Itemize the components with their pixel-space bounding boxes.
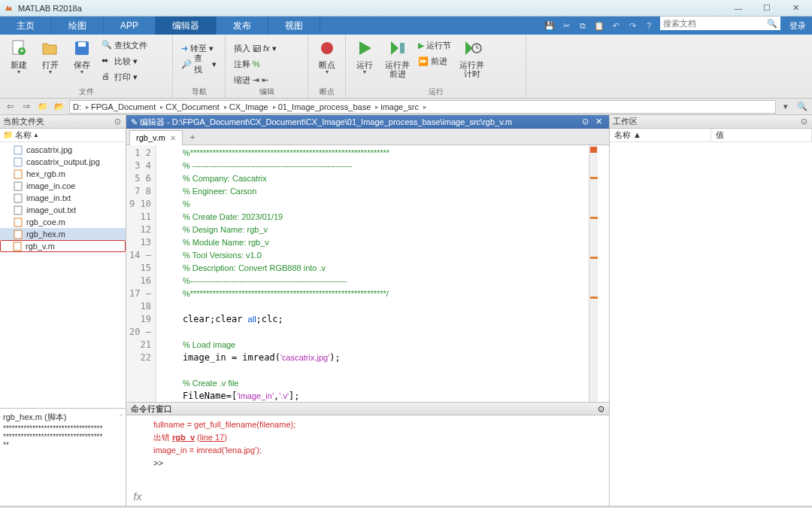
copy-icon[interactable]: ⧉ <box>576 19 589 32</box>
editor-icon: ✎ <box>131 117 138 127</box>
file-item[interactable]: image_in.txt <box>0 192 126 204</box>
file-icon <box>14 193 23 203</box>
open-button[interactable]: 打开▼ <box>36 36 65 86</box>
file-item[interactable]: rgb_v.m <box>0 240 126 252</box>
crumb-4[interactable]: 01_Image_process_base <box>278 102 380 111</box>
tab-publish[interactable]: 发布 <box>217 17 268 35</box>
ws-col-name[interactable]: 名称 ▲ <box>610 129 711 141</box>
tab-add-button[interactable]: + <box>186 130 199 144</box>
current-folder-header: 当前文件夹 ⊙ <box>0 115 126 129</box>
svg-rect-4 <box>78 42 86 47</box>
file-item[interactable]: image_out.txt <box>0 204 126 216</box>
breakpoints-button[interactable]: 断点▼ <box>313 36 341 86</box>
close-button[interactable]: ✕ <box>782 2 809 15</box>
editor-close-icon[interactable]: ✕ <box>592 117 604 127</box>
fx-icon[interactable]: fx <box>134 491 142 503</box>
path-dropdown[interactable]: ▾ <box>779 100 792 114</box>
comment-button[interactable]: 注释 % <box>232 56 301 71</box>
breakpoint-icon <box>317 38 338 59</box>
crumb-1[interactable]: FPGA_Document <box>91 102 164 111</box>
crumb-3[interactable]: CX_Image <box>229 102 277 111</box>
workspace-panel: 工作区 ⊙ 名称 ▲ 值 <box>609 115 812 506</box>
file-icon <box>14 230 23 239</box>
panel-menu-icon[interactable]: ⊙ <box>112 117 123 127</box>
forward-button[interactable]: ⇨ <box>20 100 33 114</box>
code-minimap <box>589 145 598 402</box>
search-icon: 🔎 <box>181 59 192 69</box>
file-icon <box>13 242 23 251</box>
editor-tabs: rgb_v.m ✕ + <box>126 129 609 145</box>
login-button[interactable]: 登录 <box>783 17 812 35</box>
crumb-drive[interactable]: D: <box>73 102 89 111</box>
save-icon <box>71 38 92 59</box>
cut-icon[interactable]: ✂ <box>559 19 573 32</box>
browse-icon[interactable]: 📂 <box>53 100 66 114</box>
search-input[interactable] <box>663 19 767 28</box>
tab-close-icon[interactable]: ✕ <box>170 134 176 142</box>
main-tabs: 主页 绘图 APP 编辑器 发布 视图 💾 ✂ ⧉ 📋 ↶ ↷ ? 🔍 登录 <box>0 17 812 35</box>
save-button[interactable]: 保存▼ <box>68 36 96 86</box>
maximize-button[interactable]: ☐ <box>753 2 780 15</box>
svg-text:+: + <box>20 46 24 55</box>
current-folder-panel: 当前文件夹 ⊙ 📁 名称 ▲ cascatrix.jpgcascatrix_ou… <box>0 115 126 506</box>
file-columns[interactable]: 📁 名称 ▲ <box>0 129 126 142</box>
new-button[interactable]: + 新建▼ <box>5 36 33 86</box>
editor-tab[interactable]: rgb_v.m ✕ <box>129 130 183 145</box>
redo-icon[interactable]: ↷ <box>626 19 639 32</box>
indent-button[interactable]: 缩进 ⇥ ⇤ <box>232 72 301 87</box>
up-folder-icon[interactable]: 📁 <box>36 100 50 114</box>
svg-point-5 <box>321 42 333 54</box>
file-item[interactable]: hex_rgb.m <box>0 168 126 180</box>
command-window[interactable]: fx fullname = get_full_filename(filename… <box>126 415 609 506</box>
window-title: MATLAB R2018a <box>18 4 725 13</box>
svg-rect-11 <box>14 182 22 190</box>
path-search-icon[interactable]: 🔍 <box>795 100 809 114</box>
ws-col-value[interactable]: 值 <box>711 129 813 141</box>
back-button[interactable]: ⇦ <box>3 100 17 114</box>
save-icon[interactable]: 💾 <box>543 19 556 32</box>
find-icon: 🔍 <box>102 40 112 50</box>
undo-icon[interactable]: ↶ <box>609 19 623 32</box>
file-icon <box>14 169 23 179</box>
editor-menu-icon[interactable]: ⊙ <box>579 117 591 127</box>
search-icon[interactable]: 🔍 <box>767 19 777 29</box>
tab-editor[interactable]: 编辑器 <box>156 17 217 35</box>
run-section-button[interactable]: ▶运行节 <box>416 38 453 53</box>
workspace-header: 工作区 ⊙ <box>610 115 812 129</box>
file-item[interactable]: cascatrix.jpg <box>0 144 126 156</box>
search-docs[interactable]: 🔍 <box>660 17 780 30</box>
workspace-menu-icon[interactable]: ⊙ <box>798 117 809 127</box>
file-icon <box>14 217 23 227</box>
file-item[interactable]: image_in.coe <box>0 180 126 192</box>
breadcrumb[interactable]: D: FPGA_Document CX_Document CX_Image 01… <box>69 100 776 114</box>
run-advance-button[interactable]: 运行并 前进 <box>382 36 413 86</box>
help-icon[interactable]: ? <box>642 19 656 32</box>
tab-home[interactable]: 主页 <box>0 17 52 35</box>
find-files-button[interactable]: 🔍查找文件 <box>99 38 150 53</box>
run-time-button[interactable]: 运行并 计时 <box>456 36 487 86</box>
code-editor[interactable]: 1 2 3 4 5 6 7 8 9 10 11 12 13 14 — 15 16… <box>126 145 609 402</box>
tab-plots[interactable]: 绘图 <box>52 17 104 35</box>
code-area[interactable]: %***************************************… <box>156 145 589 402</box>
minimize-button[interactable]: — <box>725 2 752 15</box>
tab-apps[interactable]: APP <box>104 17 156 35</box>
run-button[interactable]: 运行▼ <box>350 36 379 86</box>
file-item[interactable]: rgb_coe.m <box>0 216 126 228</box>
advance-button[interactable]: ⏩前进 <box>416 53 453 68</box>
cmd-menu-icon[interactable]: ⊙ <box>598 404 604 414</box>
crumb-2[interactable]: CX_Document <box>165 102 228 111</box>
print-button[interactable]: 🖨打印 ▾ <box>99 69 150 84</box>
tab-view[interactable]: 视图 <box>268 17 320 35</box>
paste-icon[interactable]: 📋 <box>592 19 606 32</box>
insert-button[interactable]: 插入 🗟 fx ▾ <box>232 41 301 56</box>
svg-rect-16 <box>14 242 21 251</box>
find-button[interactable]: 🔎查找 ▾ <box>179 56 219 71</box>
command-header: 命令行窗口 ⊙ <box>126 402 609 415</box>
compare-button[interactable]: ⬌比较 ▾ <box>99 53 150 68</box>
file-item[interactable]: rgb_hex.m <box>0 228 126 240</box>
crumb-5[interactable]: image_src <box>380 102 427 111</box>
path-bar: ⇦ ⇨ 📁 📂 D: FPGA_Document CX_Document CX_… <box>0 99 812 115</box>
file-icon <box>14 145 23 155</box>
svg-rect-6 <box>400 43 404 53</box>
file-item[interactable]: cascatrix_output.jpg <box>0 156 126 168</box>
